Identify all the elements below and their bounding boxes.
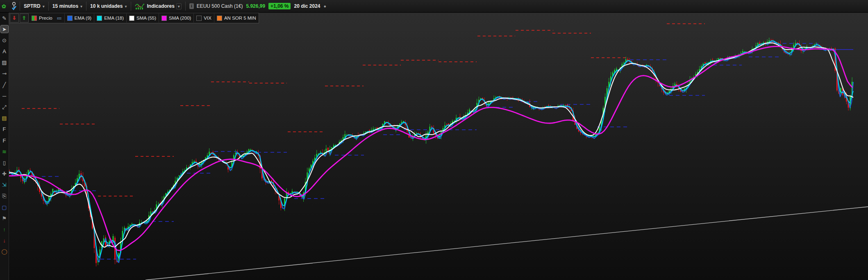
timeframe-selector[interactable]: 15 minutos ▾ [49, 0, 86, 12]
quote-price: 5.926,99 [246, 3, 265, 9]
chevron-down-icon: ▾ [80, 4, 82, 9]
move-icon: ✚ [2, 171, 7, 177]
legend-label: SMA (200) [169, 16, 191, 20]
list-icon[interactable]: ≔ [55, 15, 64, 21]
buy-arrow-button[interactable]: ⇧ [20, 14, 29, 23]
indicator-color-swatch [217, 16, 222, 21]
quote-name: EEUU 500 Cash (1€) [197, 3, 243, 9]
fibonacci-icon: F [3, 126, 6, 132]
draw-pencil-tool[interactable]: ✎ [0, 14, 9, 22]
indicator-chart-icon [135, 2, 145, 10]
trash-icon: ▯ [3, 160, 6, 166]
zoom-tool-icon: ⊙ [2, 37, 7, 43]
zigzag-icon: ≋ [2, 149, 7, 155]
chevron-down-icon: ▾ [176, 3, 182, 9]
plant-icon: ✿ [2, 3, 7, 9]
quote-change-badge: +1,06 % [268, 3, 291, 9]
indicator-color-swatch [129, 16, 134, 21]
cursor-tool[interactable]: ➤ [0, 25, 9, 33]
ray-tool[interactable]: ⤢ [0, 103, 9, 111]
indicators-label: Indicadores [147, 3, 175, 9]
legend-label: AN SOR 5 MIN [224, 16, 256, 20]
legend-label: Precio [39, 16, 52, 20]
eraser-icon: ▨ [2, 59, 7, 65]
key-check-icon [11, 2, 17, 11]
drawing-toolbar: ✎➤⊙A▨⊸╱─⤢▤FF≋▯✚⇲⎘▢⚑↑↓◯ [0, 12, 9, 280]
eraser-tool[interactable]: ▨ [0, 59, 9, 67]
link-windows-button[interactable] [8, 0, 20, 12]
quote-bar: i EEUU 500 Cash (1€) 5.926,99 +1,06 % 20… [186, 0, 330, 12]
legend-item-ema-18-[interactable]: EMA (18) [94, 14, 126, 23]
levels-tool[interactable]: ▤ [0, 114, 9, 122]
ellipse-plus-icon: ◯ [1, 248, 7, 255]
legend-label: VIX [204, 16, 211, 20]
fibonacci-tool[interactable]: F [0, 125, 9, 133]
legend-item-sma-200-[interactable]: SMA (200) [159, 14, 193, 23]
indicators-button[interactable]: Indicadores ▾ [131, 0, 185, 12]
arrow-up-tool[interactable]: ↑ [0, 226, 9, 234]
workspace-icon[interactable]: ✿ [0, 0, 8, 12]
hline-tool[interactable]: ─ [0, 92, 9, 100]
chevron-down-icon: ▾ [125, 4, 127, 9]
indicator-color-swatch [196, 16, 202, 21]
text-tool-tool[interactable]: A [0, 47, 9, 56]
fibonacci-fan-icon: F [3, 138, 6, 144]
flag-icon: ⚑ [2, 215, 7, 221]
sell-arrow-button[interactable]: ⇩ [10, 14, 19, 23]
quote-date: 20 dic 2024 [294, 3, 320, 9]
legend-item-sma-55-[interactable]: SMA (55) [126, 14, 159, 23]
arrow-up-icon: ↑ [3, 226, 6, 233]
indicator-color-swatch [97, 16, 102, 21]
chart-area[interactable] [0, 0, 868, 280]
down-arrow-icon: ⇩ [12, 15, 16, 21]
zigzag-tool[interactable]: ≋ [0, 147, 9, 156]
ray-icon: ⤢ [2, 104, 6, 111]
legend-label: EMA (9) [75, 16, 92, 20]
chevron-down-icon: ▾ [43, 4, 45, 9]
flag-tool[interactable]: ⚑ [0, 214, 9, 222]
units-label: 10 k unidades [90, 3, 123, 9]
selection-box-icon: ▢ [2, 204, 7, 210]
arrow-down-tool[interactable]: ↓ [0, 237, 9, 245]
info-icon[interactable]: i [189, 3, 194, 9]
clipboard-icon: ⎘ [2, 193, 6, 199]
legend-item-vix[interactable]: VIX [193, 14, 214, 23]
up-arrow-icon: ⇧ [22, 15, 26, 21]
clipboard-tool[interactable]: ⎘ [0, 192, 9, 200]
arrow-down-icon: ↓ [3, 237, 6, 244]
indicator-color-swatch [161, 16, 167, 21]
legend-item-ema-9-[interactable]: EMA (9) [64, 14, 94, 23]
zoom-tool-tool[interactable]: ⊙ [0, 36, 9, 44]
price-color-swatch [32, 16, 37, 21]
ellipse-plus-tool[interactable]: ◯ [0, 248, 9, 256]
draw-pencil-icon: ✎ [2, 15, 7, 21]
legend-label: SMA (55) [136, 16, 156, 20]
trendline-icon: ╱ [3, 82, 6, 88]
status-dot-icon[interactable]: ● [324, 4, 327, 9]
move-tool[interactable]: ✚ [0, 170, 9, 178]
legend-item-an-sor-5-min[interactable]: AN SOR 5 MIN [214, 14, 259, 23]
timeframe-label: 15 minutos [52, 3, 78, 9]
hline-icon: ─ [2, 93, 6, 99]
indicator-color-swatch [67, 16, 73, 21]
units-selector[interactable]: 10 k unidades ▾ [86, 0, 130, 12]
cursor-icon: ➤ [2, 26, 7, 32]
legend-indicators: EMA (9)EMA (18)SMA (55)SMA (200)VIXAN SO… [64, 14, 259, 23]
instrument-label: SPTRD [24, 3, 41, 9]
trading-platform-window: { "toolbar": { "instrument_selector": "S… [0, 0, 868, 280]
trash-tool[interactable]: ▯ [0, 158, 9, 167]
selection-box-tool[interactable]: ▢ [0, 203, 9, 211]
top-toolbar: ✿ SPTRD ▾ 15 minutos ▾ 10 k unidades ▾ [0, 0, 868, 13]
segment-tool-tool[interactable]: ⊸ [0, 70, 9, 78]
text-tool-icon: A [2, 48, 6, 54]
resize-icon: ⇲ [2, 182, 7, 188]
instrument-selector[interactable]: SPTRD ▾ [20, 0, 48, 12]
legend-bar: ⇩ ⇧ Precio ≔ EMA (9)EMA (18)SMA (55)SMA … [9, 13, 259, 23]
trendline-tool[interactable]: ╱ [0, 81, 9, 89]
levels-icon: ▤ [2, 115, 7, 121]
segment-tool-icon: ⊸ [2, 70, 7, 77]
price-chart[interactable] [0, 0, 868, 280]
fibonacci-fan-tool[interactable]: F [0, 136, 9, 145]
resize-tool[interactable]: ⇲ [0, 181, 9, 189]
legend-item-precio[interactable]: Precio [29, 14, 55, 23]
